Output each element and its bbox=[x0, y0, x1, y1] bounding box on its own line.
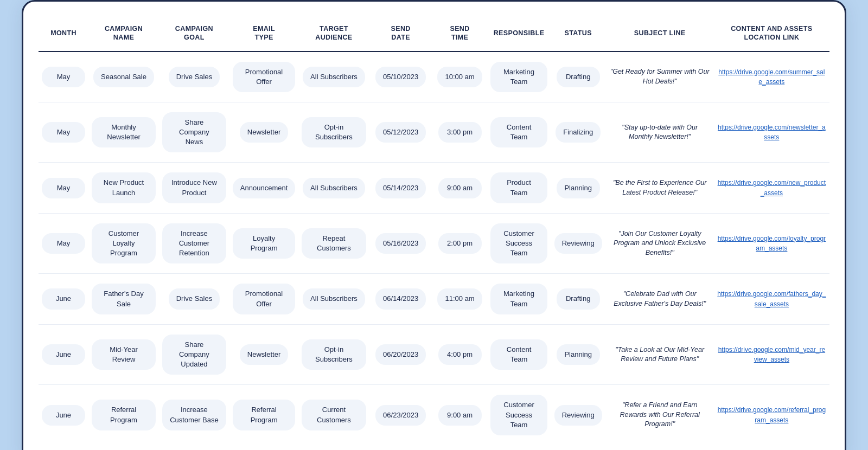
cell-taud: All Subscribers bbox=[298, 163, 369, 213]
cell-subject: "Refer a Friend and Earn Rewards with Ou… bbox=[606, 385, 714, 445]
cell-etype: Announcement bbox=[229, 163, 298, 213]
cell-link[interactable]: https://drive.google.com/newsletter_asse… bbox=[714, 102, 829, 163]
cell-resp: Customer Success Team bbox=[487, 213, 550, 274]
cell-cname: Mid-Year Review bbox=[88, 324, 159, 385]
pill-resp: Content Team bbox=[490, 117, 547, 147]
cell-stime: 9:00 am bbox=[432, 163, 488, 213]
table-row: MaySeasonal SaleDrive SalesPromotional O… bbox=[39, 52, 829, 102]
cell-subject: "Celebrate Dad with Our Exclusive Father… bbox=[606, 274, 714, 324]
cell-stime: 11:00 am bbox=[432, 274, 488, 324]
cell-taud: Opt-in Subscribers bbox=[298, 102, 369, 163]
asset-link[interactable]: https://drive.google.com/newsletter_asse… bbox=[718, 124, 826, 141]
cell-link[interactable]: https://drive.google.com/loyalty_program… bbox=[714, 213, 829, 274]
cell-sdate: 05/12/2023 bbox=[369, 102, 432, 163]
cell-stime: 2:00 pm bbox=[432, 213, 488, 274]
cell-month: June bbox=[39, 385, 88, 445]
pill-taud: Opt-in Subscribers bbox=[302, 117, 366, 147]
cell-cgoal: Drive Sales bbox=[159, 52, 229, 102]
col-header-month: MONTH bbox=[39, 19, 88, 52]
cell-etype: Newsletter bbox=[229, 102, 298, 163]
cell-month: June bbox=[39, 324, 88, 385]
col-header-stime: SENDTIME bbox=[432, 19, 488, 52]
cell-stime: 3:00 pm bbox=[432, 102, 488, 163]
col-header-stat: STATUS bbox=[551, 19, 606, 52]
cell-month: May bbox=[39, 102, 88, 163]
asset-link[interactable]: https://drive.google.com/referral_progra… bbox=[718, 406, 826, 423]
cell-cname: Father's Day Sale bbox=[88, 274, 159, 324]
pill-stime: 9:00 am bbox=[438, 405, 482, 426]
cell-sdate: 06/23/2023 bbox=[369, 385, 432, 445]
cell-stat: Drafting bbox=[551, 274, 606, 324]
pill-etype: Promotional Offer bbox=[233, 62, 295, 92]
cell-stat: Reviewing bbox=[551, 385, 606, 445]
cell-cname: Seasonal Sale bbox=[88, 52, 159, 102]
pill-month: May bbox=[42, 178, 85, 198]
pill-month: June bbox=[42, 288, 85, 309]
pill-sdate: 06/23/2023 bbox=[375, 405, 426, 426]
col-header-etype: EMAILTYPE bbox=[229, 19, 298, 52]
cell-cgoal: Share Company News bbox=[159, 102, 229, 163]
cell-stat: Reviewing bbox=[551, 213, 606, 274]
cell-taud: Repeat Customers bbox=[298, 213, 369, 274]
table-row: JuneMid-Year ReviewShare Company Updated… bbox=[39, 324, 829, 385]
col-header-sdate: SENDDATE bbox=[369, 19, 432, 52]
pill-etype: Promotional Offer bbox=[233, 284, 295, 314]
pill-stime: 10:00 am bbox=[437, 67, 482, 87]
pill-cgoal: Introduce New Product bbox=[162, 172, 226, 203]
cell-resp: Marketing Team bbox=[487, 274, 550, 324]
pill-cgoal: Increase Customer Base bbox=[162, 400, 226, 430]
pill-resp: Marketing Team bbox=[490, 62, 547, 92]
cell-month: May bbox=[39, 163, 88, 213]
col-header-cgoal: CAMPAIGNGOAL bbox=[159, 19, 229, 52]
cell-cname: Customer Loyalty Program bbox=[88, 213, 159, 274]
pill-cgoal: Increase Customer Retention bbox=[162, 223, 226, 264]
asset-link[interactable]: https://drive.google.com/new_product_ass… bbox=[718, 179, 826, 196]
pill-stat: Finalizing bbox=[556, 122, 601, 143]
cell-cgoal: Introduce New Product bbox=[159, 163, 229, 213]
table-header-row: MONTH CAMPAIGNNAME CAMPAIGNGOAL EMAILTYP… bbox=[39, 19, 829, 52]
cell-resp: Product Team bbox=[487, 163, 550, 213]
asset-link[interactable]: https://drive.google.com/mid_year_review… bbox=[718, 346, 825, 363]
pill-sdate: 05/14/2023 bbox=[375, 178, 426, 198]
pill-resp: Product Team bbox=[490, 172, 547, 203]
table-row: MayCustomer Loyalty ProgramIncrease Cust… bbox=[39, 213, 829, 274]
cell-link[interactable]: https://drive.google.com/summer_sale_ass… bbox=[714, 52, 829, 102]
cell-stat: Finalizing bbox=[551, 102, 606, 163]
col-header-link: CONTENT AND ASSETSLOCATION LINK bbox=[714, 19, 829, 52]
pill-stat: Reviewing bbox=[554, 233, 602, 254]
cell-etype: Loyalty Program bbox=[229, 213, 298, 274]
pill-resp: Customer Success Team bbox=[490, 395, 547, 435]
cell-subject: "Take a Look at Our Mid-Year Review and … bbox=[606, 324, 714, 385]
asset-link[interactable]: https://drive.google.com/summer_sale_ass… bbox=[718, 68, 825, 86]
cell-subject: "Get Ready for Summer with Our Hot Deals… bbox=[606, 52, 714, 102]
pill-stat: Reviewing bbox=[554, 405, 602, 426]
asset-link[interactable]: https://drive.google.com/fathers_day_sal… bbox=[717, 290, 826, 307]
cell-link[interactable]: https://drive.google.com/referral_progra… bbox=[714, 385, 829, 445]
cell-link[interactable]: https://drive.google.com/mid_year_review… bbox=[714, 324, 829, 385]
cell-link[interactable]: https://drive.google.com/new_product_ass… bbox=[714, 163, 829, 213]
asset-link[interactable]: https://drive.google.com/loyalty_program… bbox=[718, 235, 826, 252]
pill-stime: 2:00 pm bbox=[438, 233, 482, 254]
pill-taud: Repeat Customers bbox=[302, 228, 366, 259]
col-header-cname: CAMPAIGNNAME bbox=[88, 19, 159, 52]
table-row: JuneFather's Day SaleDrive SalesPromotio… bbox=[39, 274, 829, 324]
pill-taud: Opt-in Subscribers bbox=[302, 339, 366, 370]
cell-etype: Newsletter bbox=[229, 324, 298, 385]
pill-taud: All Subscribers bbox=[303, 178, 365, 198]
cell-resp: Marketing Team bbox=[487, 52, 550, 102]
cell-cgoal: Increase Customer Base bbox=[159, 385, 229, 445]
col-header-subj: SUBJECT LINE bbox=[606, 19, 714, 52]
pill-taud: All Subscribers bbox=[303, 288, 365, 309]
cell-link[interactable]: https://drive.google.com/fathers_day_sal… bbox=[714, 274, 829, 324]
cell-subject: "Join Our Customer Loyalty Program and U… bbox=[606, 213, 714, 274]
main-card: MONTH CAMPAIGNNAME CAMPAIGNGOAL EMAILTYP… bbox=[22, 0, 846, 450]
cell-cname: Referral Program bbox=[88, 385, 159, 445]
cell-taud: All Subscribers bbox=[298, 274, 369, 324]
cell-cgoal: Share Company Updated bbox=[159, 324, 229, 385]
cell-etype: Promotional Offer bbox=[229, 274, 298, 324]
pill-cname: Monthly Newsletter bbox=[92, 117, 156, 147]
pill-cname: Customer Loyalty Program bbox=[92, 223, 156, 264]
pill-month: May bbox=[42, 122, 85, 143]
cell-month: May bbox=[39, 213, 88, 274]
pill-cname: Mid-Year Review bbox=[92, 339, 156, 370]
